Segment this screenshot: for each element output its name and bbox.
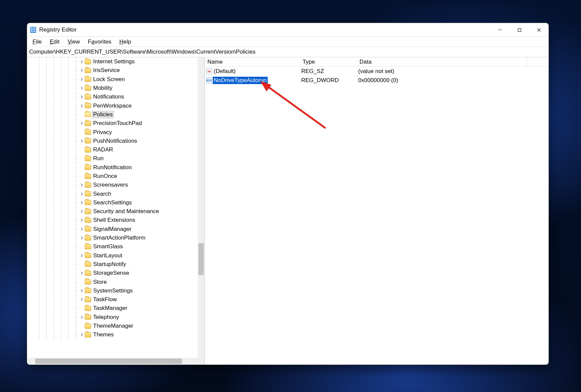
tree-item[interactable]: SmartActionPlatform	[27, 234, 204, 242]
expand-chevron-icon[interactable]	[79, 271, 84, 275]
expand-chevron-icon[interactable]	[79, 315, 84, 320]
folder-icon	[85, 324, 91, 329]
expand-chevron-icon[interactable]	[79, 104, 84, 108]
tree-item[interactable]: SystemSettings	[27, 286, 204, 295]
tree-item[interactable]: SmartGlass	[27, 242, 204, 251]
tree-item-label: Mobility	[92, 85, 113, 91]
expand-chevron-icon[interactable]	[79, 200, 84, 205]
tree-item-label: SmartGlass	[92, 243, 124, 250]
folder-icon	[85, 209, 91, 214]
tree-item[interactable]: Store	[27, 277, 204, 286]
value-row[interactable]: ab(Default)REG_SZ(value not set)	[205, 67, 548, 76]
tree-item[interactable]: Run	[27, 154, 204, 163]
expand-chevron-icon[interactable]	[79, 192, 84, 196]
tree-item[interactable]: IrisService	[27, 66, 204, 75]
tree-item[interactable]: Privacy	[27, 128, 204, 136]
expand-chevron-icon[interactable]	[79, 121, 84, 126]
tree-item[interactable]: TaskFlow	[27, 295, 204, 304]
tree-item-label: SearchSettings	[92, 199, 132, 206]
tree[interactable]: Internet SettingsIrisServiceLock ScreenM…	[27, 57, 204, 365]
tree-item[interactable]: Notifications	[27, 92, 204, 101]
tree-item[interactable]: Lock Screen	[27, 75, 204, 84]
folder-icon	[85, 147, 91, 152]
folder-icon	[85, 236, 91, 241]
svg-rect-5	[34, 29, 36, 30]
tree-item-label: Security and Maintenance	[92, 208, 160, 215]
minimize-button[interactable]	[490, 23, 510, 37]
folder-icon	[85, 94, 91, 100]
tree-item[interactable]: ThemeManager	[27, 322, 204, 330]
expand-chevron-icon[interactable]	[79, 227, 84, 232]
tree-item[interactable]: PenWorkspace	[27, 101, 204, 110]
tree-item[interactable]: Screensavers	[27, 181, 204, 189]
tree-item[interactable]: TaskManager	[27, 304, 204, 313]
tree-item[interactable]: Telephony	[27, 313, 204, 322]
close-button[interactable]	[529, 23, 548, 37]
column-name[interactable]: Name	[206, 57, 301, 66]
expand-chevron-icon[interactable]	[79, 68, 84, 73]
scrollbar-thumb[interactable]	[198, 243, 204, 275]
folder-icon	[85, 244, 91, 249]
expand-chevron-icon[interactable]	[79, 209, 84, 214]
tree-item-label: Store	[92, 279, 108, 285]
tree-item[interactable]: SignalManager	[27, 225, 204, 234]
menu-file[interactable]: File	[29, 38, 45, 46]
tree-item-label: StorageSense	[92, 270, 130, 276]
tree-item[interactable]: Mobility	[27, 84, 204, 92]
tree-item[interactable]: PrecisionTouchPad	[27, 119, 204, 128]
menu-favorites[interactable]: Favorites	[84, 38, 115, 46]
tree-horizontal-scrollbar[interactable]	[27, 358, 198, 365]
expand-chevron-icon[interactable]	[79, 253, 84, 258]
tree-item[interactable]: RunNotification	[27, 163, 204, 172]
svg-rect-6	[34, 31, 36, 32]
tree-item-label: Screensavers	[92, 182, 129, 188]
column-data[interactable]: Data	[358, 57, 527, 66]
folder-icon	[85, 306, 91, 311]
window-controls	[490, 23, 548, 37]
tree-vertical-scrollbar[interactable]	[198, 57, 204, 358]
expand-chevron-icon[interactable]	[79, 332, 84, 337]
tree-item[interactable]: StorageSense	[27, 269, 204, 277]
folder-icon	[85, 156, 91, 161]
folder-icon	[85, 226, 91, 232]
expand-chevron-icon[interactable]	[79, 297, 84, 302]
tree-item-label: Themes	[92, 331, 114, 338]
registry-editor-window: Registry Editor File Edit View Favorites…	[27, 23, 549, 365]
tree-item[interactable]: RunOnce	[27, 172, 204, 181]
scrollbar-thumb[interactable]	[35, 358, 182, 364]
window-title: Registry Editor	[39, 26, 76, 33]
tree-item[interactable]: Internet Settings	[27, 57, 204, 66]
address-bar[interactable]: Computer\HKEY_CURRENT_USER\Software\Micr…	[27, 47, 548, 57]
value-row[interactable]: 011NoDriveTypeAutorunREG_DWORD0x00000000…	[205, 76, 548, 85]
values-pane: Name Type Data ab(Default)REG_SZ(v	[205, 57, 548, 365]
expand-chevron-icon[interactable]	[79, 86, 84, 90]
tree-item-label: SmartActionPlatform	[92, 235, 146, 241]
menu-help[interactable]: Help	[116, 38, 134, 46]
maximize-button[interactable]	[510, 23, 529, 37]
tree-item[interactable]: Security and Maintenance	[27, 207, 204, 216]
tree-item[interactable]: Shell Extensions	[27, 216, 204, 224]
tree-item[interactable]: StartLayout	[27, 251, 204, 260]
tree-item[interactable]: Policies	[27, 110, 204, 119]
tree-item[interactable]: PushNotifications	[27, 137, 204, 145]
expand-chevron-icon[interactable]	[79, 236, 84, 240]
tree-item-label: PenWorkspace	[92, 103, 132, 109]
tree-item[interactable]: Search	[27, 189, 204, 198]
string-value-icon: ab	[206, 68, 212, 74]
expand-chevron-icon[interactable]	[79, 94, 84, 99]
menu-edit[interactable]: Edit	[46, 38, 63, 46]
expand-chevron-icon[interactable]	[79, 59, 84, 64]
tree-item[interactable]: RADAR	[27, 145, 204, 154]
expand-chevron-icon[interactable]	[79, 183, 84, 187]
tree-item[interactable]: Themes	[27, 330, 204, 339]
expand-chevron-icon[interactable]	[79, 139, 84, 143]
expand-chevron-icon[interactable]	[79, 218, 84, 222]
expand-chevron-icon[interactable]	[79, 77, 84, 82]
tree-item[interactable]: StartupNotify	[27, 260, 204, 269]
tree-item[interactable]: SearchSettings	[27, 198, 204, 207]
svg-rect-8	[518, 28, 521, 31]
menu-view[interactable]: View	[64, 38, 83, 46]
tree-item-label: RADAR	[92, 146, 114, 153]
expand-chevron-icon[interactable]	[79, 288, 84, 293]
column-type[interactable]: Type	[301, 57, 358, 66]
